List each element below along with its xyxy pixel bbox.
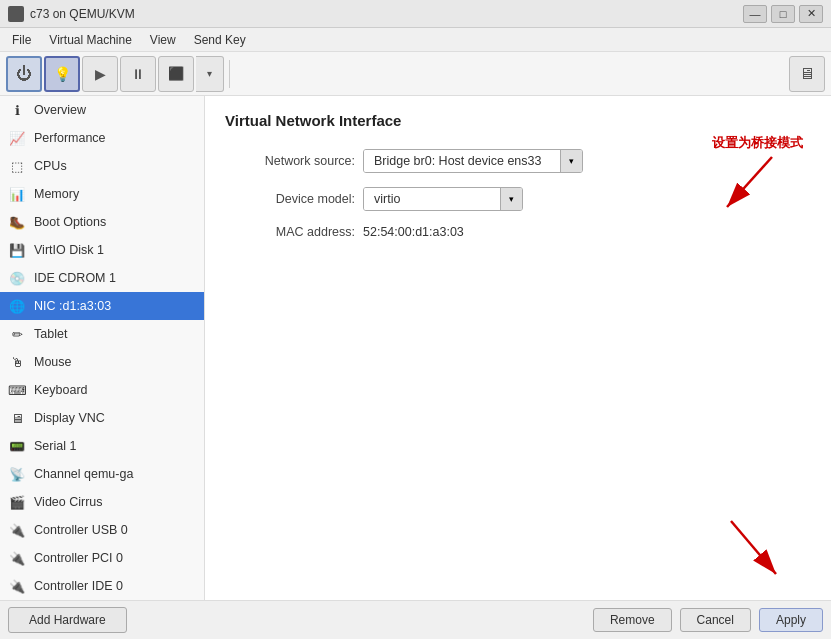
- menu-view[interactable]: View: [142, 31, 184, 49]
- pause-button[interactable]: ⏸: [120, 56, 156, 92]
- cancel-button[interactable]: Cancel: [680, 608, 751, 632]
- toolbar-sep: [229, 60, 230, 88]
- virtio-disk-icon: 💾: [8, 241, 26, 259]
- mac-address-row: MAC address: 52:54:00:d1:a3:03: [225, 225, 811, 239]
- title-bar: c73 on QEMU/KVM — □ ✕: [0, 0, 831, 28]
- details-button[interactable]: 💡: [44, 56, 80, 92]
- sidebar-item-controller-pci-0[interactable]: 🔌 Controller PCI 0: [0, 544, 204, 572]
- toolbar: ⏻ 💡 ▶ ⏸ ⬛ ▾ 🖥: [0, 52, 831, 96]
- mac-address-label: MAC address:: [225, 225, 355, 239]
- sidebar-item-serial-1[interactable]: 📟 Serial 1: [0, 432, 204, 460]
- network-source-arrow[interactable]: ▾: [560, 150, 582, 172]
- menu-virtual-machine[interactable]: Virtual Machine: [41, 31, 140, 49]
- nic-icon: 🌐: [8, 297, 26, 315]
- window-controls: — □ ✕: [743, 5, 823, 23]
- overview-icon: ℹ: [8, 101, 26, 119]
- device-model-dropdown[interactable]: virtio ▾: [363, 187, 523, 211]
- menu-send-key[interactable]: Send Key: [186, 31, 254, 49]
- add-hardware-button[interactable]: Add Hardware: [8, 607, 127, 633]
- svg-line-3: [731, 521, 776, 574]
- annotation-text: 设置为桥接模式: [712, 134, 803, 152]
- ide-cdrom-icon: 💿: [8, 269, 26, 287]
- bottom-annotation-arrow: [711, 516, 791, 586]
- device-model-label: Device model:: [225, 192, 355, 206]
- sidebar-item-controller-usb-0[interactable]: 🔌 Controller USB 0: [0, 516, 204, 544]
- sidebar-item-performance[interactable]: 📈 Performance: [0, 124, 204, 152]
- window-title: c73 on QEMU/KVM: [30, 7, 135, 21]
- svg-line-1: [727, 157, 772, 207]
- maximize-button[interactable]: □: [771, 5, 795, 23]
- sidebar-item-cpus[interactable]: ⬚ CPUs: [0, 152, 204, 180]
- controller-ide-icon: 🔌: [8, 577, 26, 595]
- sidebar-item-boot-options[interactable]: 🥾 Boot Options: [0, 208, 204, 236]
- sidebar-item-overview[interactable]: ℹ Overview: [0, 96, 204, 124]
- close-button[interactable]: ✕: [799, 5, 823, 23]
- toolbar-dropdown[interactable]: ▾: [196, 56, 224, 92]
- sidebar-item-video-cirrus[interactable]: 🎬 Video Cirrus: [0, 488, 204, 516]
- minimize-button[interactable]: —: [743, 5, 767, 23]
- device-model-arrow[interactable]: ▾: [500, 188, 522, 210]
- sidebar-item-ide-cdrom-1[interactable]: 💿 IDE CDROM 1: [0, 264, 204, 292]
- keyboard-icon: ⌨: [8, 381, 26, 399]
- boot-options-icon: 🥾: [8, 213, 26, 231]
- display-vnc-icon: 🖥: [8, 409, 26, 427]
- device-model-value[interactable]: virtio: [364, 188, 500, 210]
- channel-icon: 📡: [8, 465, 26, 483]
- remove-button[interactable]: Remove: [593, 608, 672, 632]
- menu-bar: File Virtual Machine View Send Key: [0, 28, 831, 52]
- network-source-value[interactable]: Bridge br0: Host device ens33: [364, 150, 560, 172]
- play-button[interactable]: ▶: [82, 56, 118, 92]
- detail-title: Virtual Network Interface: [225, 112, 811, 129]
- bottom-bar: Add Hardware Remove Cancel Apply: [0, 600, 831, 639]
- sidebar-item-tablet[interactable]: ✏ Tablet: [0, 320, 204, 348]
- tablet-icon: ✏: [8, 325, 26, 343]
- main-content: ℹ Overview 📈 Performance ⬚ CPUs 📊 Memory…: [0, 96, 831, 639]
- sidebar-item-display-vnc[interactable]: 🖥 Display VNC: [0, 404, 204, 432]
- sidebar-item-channel-qemu-ga[interactable]: 📡 Channel qemu-ga: [0, 460, 204, 488]
- send-key-button[interactable]: 🖥: [789, 56, 825, 92]
- sidebar-item-virtio-disk-1[interactable]: 💾 VirtIO Disk 1: [0, 236, 204, 264]
- controller-usb-icon: 🔌: [8, 521, 26, 539]
- app-icon: [8, 6, 24, 22]
- sidebar-item-controller-ide-0[interactable]: 🔌 Controller IDE 0: [0, 572, 204, 600]
- sidebar-item-memory[interactable]: 📊 Memory: [0, 180, 204, 208]
- memory-icon: 📊: [8, 185, 26, 203]
- cpus-icon: ⬚: [8, 157, 26, 175]
- bottom-annotation-wrap: [711, 516, 791, 589]
- mouse-icon: 🖱: [8, 353, 26, 371]
- controller-pci-icon: 🔌: [8, 549, 26, 567]
- power-button[interactable]: ⏻: [6, 56, 42, 92]
- network-source-dropdown[interactable]: Bridge br0: Host device ens33 ▾: [363, 149, 583, 173]
- network-source-label: Network source:: [225, 154, 355, 168]
- serial-icon: 📟: [8, 437, 26, 455]
- sidebar-item-mouse[interactable]: 🖱 Mouse: [0, 348, 204, 376]
- performance-icon: 📈: [8, 129, 26, 147]
- detail-area: Virtual Network Interface Network source…: [205, 96, 831, 639]
- mac-address-value: 52:54:00:d1:a3:03: [363, 225, 464, 239]
- menu-file[interactable]: File: [4, 31, 39, 49]
- stop-button[interactable]: ⬛: [158, 56, 194, 92]
- video-cirrus-icon: 🎬: [8, 493, 26, 511]
- sidebar-item-keyboard[interactable]: ⌨ Keyboard: [0, 376, 204, 404]
- sidebar-item-nic[interactable]: 🌐 NIC :d1:a3:03: [0, 292, 204, 320]
- annotation-arrow: [712, 152, 802, 222]
- apply-button[interactable]: Apply: [759, 608, 823, 632]
- bottom-right-buttons: Remove Cancel Apply: [593, 608, 823, 632]
- annotation-wrap: 设置为桥接模式: [712, 134, 803, 222]
- sidebar: ℹ Overview 📈 Performance ⬚ CPUs 📊 Memory…: [0, 96, 205, 639]
